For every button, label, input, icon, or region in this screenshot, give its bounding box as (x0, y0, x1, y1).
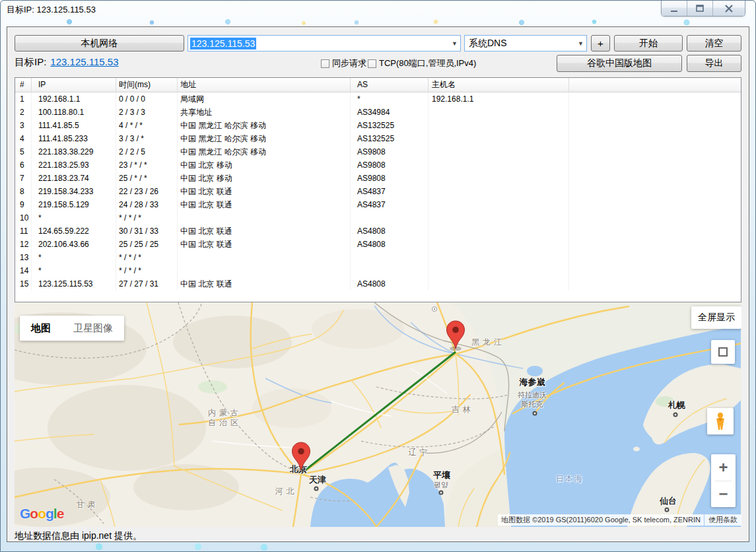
table-cell: 2 (15, 106, 32, 119)
toolbar: 本机网络 123.125.115.53 ▼ 系统DNS ▼ + 开始 清空 (15, 35, 741, 52)
table-row[interactable]: 14** / * / * (15, 264, 741, 277)
column-header-address[interactable]: 地址 (178, 78, 351, 92)
table-cell (569, 132, 741, 145)
maximize-button[interactable] (687, 1, 713, 16)
table-row[interactable]: 9219.158.5.12924 / 28 / 33中国 北京 联通AS4837 (15, 198, 741, 211)
zoom-out-button[interactable]: − (711, 481, 736, 508)
table-row[interactable]: 5221.183.38.2292 / 2 / 5中国 黑龙江 哈尔滨 移动AS9… (15, 145, 741, 158)
minimize-button[interactable] (662, 1, 687, 16)
target-ip-input[interactable]: 123.125.115.53 ▼ (188, 35, 461, 52)
map-type-map[interactable]: 地图 (31, 322, 51, 335)
table-cell: AS132525 (351, 119, 429, 132)
google-cn-map-button[interactable]: 谷歌中国版地图 (557, 55, 682, 72)
window-controls (661, 1, 745, 17)
maximize-icon (693, 2, 706, 15)
map-type-satellite[interactable]: 卫星图像 (73, 322, 113, 335)
tcp-label: TCP(80端口,管理员,IPv4) (379, 57, 476, 69)
table-row[interactable]: 6221.183.25.9323 / * / *中国 北京 移动AS9808 (15, 158, 741, 172)
table-row[interactable]: 12202.106.43.6625 / 25 / 25中国 北京 联通AS480… (15, 238, 741, 251)
table-cell: 中国 北京 移动 (178, 172, 351, 185)
checkbox-icon[interactable] (321, 59, 329, 68)
table-cell (178, 251, 351, 264)
table-row[interactable]: 8219.158.34.23322 / 23 / 26中国 北京 联通AS483… (15, 185, 741, 198)
column-header-time[interactable]: 时间(ms) (116, 78, 178, 92)
table-cell: 23 / * / * (116, 158, 178, 172)
table-row[interactable]: 1192.168.1.10 / 0 / 0局域网*192.168.1.1 (15, 92, 741, 106)
column-header-ip[interactable]: IP (32, 78, 116, 92)
table-cell: 中国 北京 联通 (178, 185, 351, 198)
map-container: 黑龙江吉林辽宁内蒙古自治区河北甘肃北京天津海参崴符拉迪沃斯托克平壤평양札幌仙台日… (15, 302, 741, 527)
input-dropdown-icon[interactable]: ▼ (452, 36, 458, 51)
target-ip-link[interactable]: 123.125.115.53 (50, 56, 118, 67)
table-cell (351, 251, 429, 264)
table-cell (351, 211, 429, 224)
table-cell: 10 (15, 211, 32, 224)
column-header-hostname[interactable]: 主机名 (429, 78, 569, 92)
table-cell: 9 (15, 198, 32, 211)
sync-request-checkbox[interactable]: 同步请求 (321, 57, 366, 69)
table-cell: AS4808 (351, 277, 429, 291)
table-cell: 11 (15, 224, 32, 238)
table-cell: 中国 北京 联通 (178, 238, 351, 251)
zoom-in-button[interactable]: + (711, 454, 736, 481)
table-cell: 24 / 28 / 33 (116, 198, 178, 211)
local-network-button[interactable]: 本机网络 (15, 35, 184, 52)
table-cell: AS34984 (351, 106, 429, 119)
table-cell: 27 / 27 / 31 (116, 277, 178, 291)
table-row[interactable]: 10** / * / * (15, 211, 741, 224)
close-icon (722, 2, 736, 15)
fullscreen-button[interactable] (711, 340, 735, 364)
clear-button[interactable]: 清空 (687, 35, 741, 52)
table-cell: 2 / 3 / 3 (116, 106, 178, 119)
minimize-icon (668, 2, 681, 15)
table-cell: 12 (15, 238, 32, 251)
terms-link[interactable]: 使用条款 (704, 514, 741, 526)
table-cell: 192.168.1.1 (32, 92, 116, 106)
dns-select[interactable]: 系统DNS ▼ (464, 35, 587, 52)
table-cell: 202.106.43.66 (32, 238, 116, 251)
pegman-icon (713, 412, 728, 431)
table-cell: 221.183.23.74 (32, 172, 116, 185)
table-row[interactable]: 2100.118.80.12 / 3 / 3共享地址AS34984 (15, 106, 741, 119)
google-logo-letter: o (30, 506, 38, 521)
table-cell (569, 92, 741, 106)
start-button[interactable]: 开始 (614, 35, 683, 52)
checkbox-icon[interactable] (368, 59, 376, 68)
map-type-control: 地图 卫星图像 (20, 316, 124, 341)
table-row[interactable]: 15123.125.115.5327 / 27 / 31中国 北京 联通AS48… (15, 277, 741, 291)
export-button[interactable]: 导出 (687, 55, 741, 72)
table-cell: 中国 北京 联通 (178, 224, 351, 238)
close-button[interactable] (713, 1, 745, 16)
table-cell (569, 264, 741, 277)
table-cell (429, 198, 569, 211)
table-row[interactable]: 11124.65.59.22230 / 31 / 33中国 北京 联通AS480… (15, 224, 741, 238)
google-logo[interactable]: Google (20, 506, 63, 522)
table-row[interactable]: 13** / * / * (15, 251, 741, 264)
table-cell (429, 132, 569, 145)
table-cell: * (32, 251, 116, 264)
pegman-button[interactable] (707, 408, 734, 434)
fullscreen-label: 全屏显示 (691, 306, 741, 329)
table-cell: 0 / 0 / 0 (116, 92, 178, 106)
table-cell: * (32, 264, 116, 277)
table-cell: 221.183.25.93 (32, 158, 116, 172)
table-cell: * (32, 211, 116, 224)
tcp-checkbox[interactable]: TCP(80端口,管理员,IPv4) (368, 57, 476, 69)
title-bar[interactable]: 目标IP: 123.125.115.53 (1, 1, 755, 26)
table-cell: 6 (15, 158, 32, 172)
add-button[interactable]: + (591, 35, 610, 52)
table-row[interactable]: 4111.41.85.2333 / 3 / *中国 黑龙江 哈尔滨 移动AS13… (15, 132, 741, 145)
table-cell: 中国 黑龙江 哈尔滨 移动 (178, 119, 351, 132)
column-header-as[interactable]: AS (351, 78, 429, 92)
table-cell: 中国 北京 移动 (178, 158, 351, 172)
table-cell: 219.158.5.129 (32, 198, 116, 211)
table-cell: 25 / * / * (116, 172, 178, 185)
table-row[interactable]: 3111.41.85.54 / * / *中国 黑龙江 哈尔滨 移动AS1325… (15, 119, 741, 132)
table-cell (429, 211, 569, 224)
table-cell (429, 264, 569, 277)
map-attribution: 地图数据 ©2019 GS(2011)6020 Google, SK telec… (498, 514, 741, 526)
table-row[interactable]: 7221.183.23.7425 / * / *中国 北京 移动AS9808 (15, 172, 741, 185)
table-cell: 22 / 23 / 26 (116, 185, 178, 198)
table-cell (569, 277, 741, 291)
column-header-num[interactable]: # (15, 78, 32, 92)
